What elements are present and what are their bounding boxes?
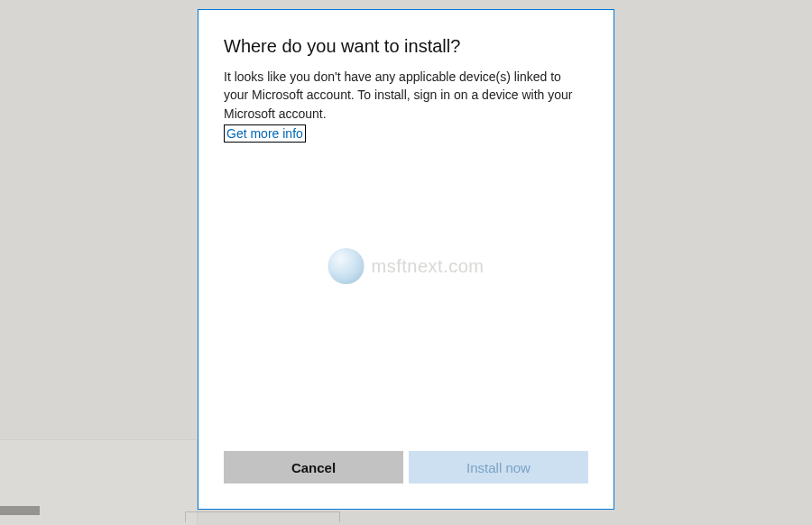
- watermark: msftnext.com: [328, 248, 484, 284]
- dialog-title: Where do you want to install?: [224, 35, 588, 57]
- watermark-text: msftnext.com: [372, 256, 484, 277]
- get-more-info-link[interactable]: Get more info: [224, 124, 306, 143]
- install-dialog: Where do you want to install? It looks l…: [198, 9, 614, 510]
- info-link-container: Get more info: [224, 124, 588, 143]
- viewport: Where do you want to install? It looks l…: [0, 0, 812, 525]
- background-window-fragment: [0, 506, 40, 515]
- install-now-button[interactable]: Install now: [409, 451, 588, 484]
- button-bar: Cancel Install now: [198, 451, 614, 509]
- background-window-fragment: [185, 511, 340, 522]
- cancel-button[interactable]: Cancel: [224, 451, 403, 484]
- globe-icon: [328, 248, 364, 284]
- dialog-content: Where do you want to install? It looks l…: [198, 10, 614, 451]
- dialog-body-text: It looks like you don't have any applica…: [224, 68, 588, 123]
